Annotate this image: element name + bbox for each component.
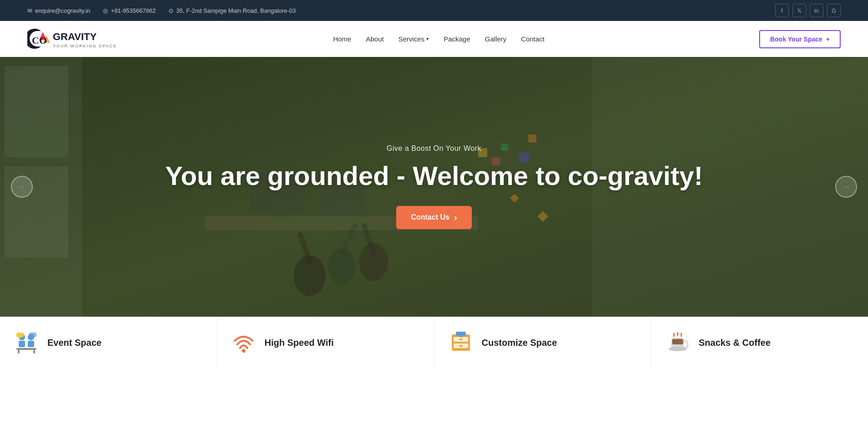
svg-rect-31 [16,333,24,337]
svg-rect-36 [18,350,20,354]
hero-title: You are grounded - Welcome to co-gravity… [165,161,703,191]
nav-contact[interactable]: Contact [521,35,545,43]
facebook-icon[interactable]: f [775,4,789,17]
book-space-button[interactable]: Book Your Space + [759,30,841,48]
customize-icon [448,330,474,355]
hero-content: Give a Boost On Your Work You are ground… [156,144,712,229]
svg-text:CO: CO [32,35,47,46]
customize-space-label: Customize Space [482,338,557,348]
svg-rect-45 [460,336,462,337]
google-icon[interactable]: G [827,4,841,17]
email-icon: ✉ [27,7,32,14]
nav-gallery[interactable]: Gallery [485,35,507,43]
carousel-next-button[interactable]: → [835,176,857,198]
event-space-label: Event Space [47,338,102,348]
nav-about[interactable]: About [366,35,383,43]
nav-home[interactable]: Home [333,35,351,43]
event-space-icon [14,330,39,355]
phone-icon: ◎ [103,7,108,14]
svg-rect-33 [29,333,36,337]
svg-rect-43 [459,345,463,347]
location-icon: ⊙ [168,7,174,14]
arrow-right-icon: › [454,212,457,223]
phone-text: +91-9535667862 [111,7,156,14]
wifi-icon [231,330,256,355]
feature-event-space: Event Space [0,317,217,368]
snacks-icon [665,330,690,355]
email-text: enquire@cogravity.in [35,7,90,14]
nav-services[interactable]: Services ▾ [398,35,429,43]
wifi-label: High Speed Wifi [265,338,334,348]
svg-rect-30 [28,341,34,347]
chevron-down-icon: ▾ [426,36,429,42]
svg-rect-42 [459,339,463,340]
features-strip: Event Space High Speed Wifi [0,317,868,368]
social-links: f 𝕏 in G [775,4,841,17]
svg-rect-28 [19,341,25,347]
svg-point-38 [242,349,245,353]
hero-section: ← Give a Boost On Your Work You are grou… [0,57,868,317]
arrow-right-icon: → [842,182,850,192]
svg-rect-50 [672,339,683,344]
feature-customize-space: Customize Space [434,317,652,368]
hero-subtitle: Give a Boost On Your Work [165,144,703,153]
topbar-contact-info: ✉ enquire@cogravity.in ◎ +91-9535667862 … [27,7,296,14]
topbar-email: ✉ enquire@cogravity.in [27,7,90,14]
svg-point-51 [669,347,687,351]
navbar: GRAVITY YOUR WORKING SPACE CO Home About… [0,21,868,57]
logo[interactable]: GRAVITY YOUR WORKING SPACE CO [27,26,118,51]
feature-snacks-coffee: Snacks & Coffee [651,317,868,368]
topbar: ✉ enquire@cogravity.in ◎ +91-9535667862 … [0,0,868,21]
feature-high-speed-wifi: High Speed Wifi [217,317,434,368]
logo-svg: GRAVITY YOUR WORKING SPACE CO [27,26,118,51]
topbar-address: ⊙ 35, F-2nd Sampige Main Road, Bangalore… [168,7,296,14]
linkedin-icon[interactable]: in [810,4,823,17]
nav-package[interactable]: Package [444,35,470,43]
snacks-label: Snacks & Coffee [699,338,771,348]
contact-us-button[interactable]: Contact Us › [396,206,471,229]
svg-rect-44 [456,332,466,336]
arrow-left-icon: ← [18,182,26,192]
twitter-icon[interactable]: 𝕏 [792,4,806,17]
svg-text:YOUR WORKING SPACE: YOUR WORKING SPACE [53,44,117,48]
topbar-phone: ◎ +91-9535667862 [103,7,156,14]
carousel-prev-button[interactable]: ← [11,176,33,198]
nav-links: Home About Services ▾ Package Gallery Co… [333,35,544,43]
svg-text:GRAVITY: GRAVITY [53,31,97,42]
svg-rect-37 [33,350,35,354]
svg-rect-35 [16,348,36,350]
address-text: 35, F-2nd Sampige Main Road, Bangalore-0… [176,7,296,14]
